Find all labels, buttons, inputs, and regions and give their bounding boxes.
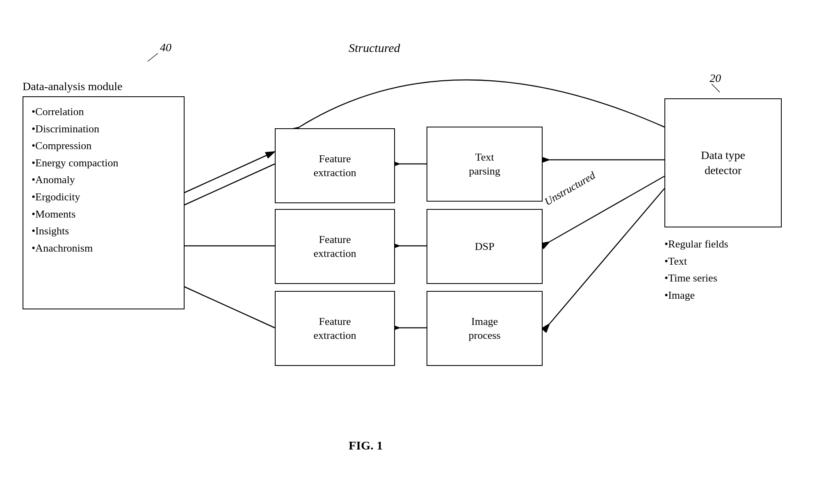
- svg-line-7: [185, 287, 275, 328]
- detector-item-text: •Text: [664, 253, 728, 270]
- dam-item-compression: •Compression: [32, 137, 176, 154]
- dam-item-energy: •Energy compaction: [32, 154, 176, 172]
- svg-line-13: [148, 53, 158, 61]
- svg-line-15: [712, 84, 720, 92]
- dam-item-anomaly: •Anomaly: [32, 171, 176, 188]
- ref-40: 40: [135, 39, 185, 66]
- figure-caption: FIG. 1: [349, 438, 383, 452]
- dam-item-ergodicity: •Ergodicity: [32, 188, 176, 206]
- ref-20: 20: [697, 72, 738, 99]
- dam-item-correlation: •Correlation: [32, 103, 176, 120]
- svg-text:20: 20: [710, 72, 721, 84]
- detector-item-regular: •Regular fields: [664, 236, 728, 253]
- svg-line-11: [550, 188, 664, 324]
- feature-extraction-3: Feature extraction: [275, 291, 395, 366]
- feature-extraction-2: Feature extraction: [275, 209, 395, 284]
- dam-item-insights: •Insights: [32, 222, 176, 240]
- dam-title: Data-analysis module: [23, 80, 122, 93]
- svg-text:40: 40: [160, 41, 171, 54]
- text-parsing-box: Text parsing: [427, 127, 543, 202]
- dsp-box: DSP: [427, 209, 543, 284]
- svg-line-5: [185, 164, 275, 205]
- structured-label: Structured: [349, 41, 400, 55]
- detector-item-timeseries: •Time series: [664, 270, 728, 287]
- dam-item-moments: •Moments: [32, 206, 176, 223]
- dam-item-anachronism: •Anachronism: [32, 240, 176, 257]
- dam-box: •Correlation •Discrimination •Compressio…: [23, 96, 185, 309]
- image-process-box: Image process: [427, 291, 543, 366]
- svg-line-8: [185, 152, 275, 193]
- data-type-detector-box: Data type detector: [664, 98, 782, 227]
- unstructured-label: Unstructured: [543, 169, 598, 208]
- detector-item-image: •Image: [664, 287, 728, 304]
- feature-extraction-1: Feature extraction: [275, 128, 395, 203]
- diagram-container: 40 20 Structured Data-analysis module •C…: [0, 0, 817, 504]
- dam-item-discrimination: •Discrimination: [32, 120, 176, 138]
- detector-items: •Regular fields •Text •Time series •Imag…: [664, 236, 728, 304]
